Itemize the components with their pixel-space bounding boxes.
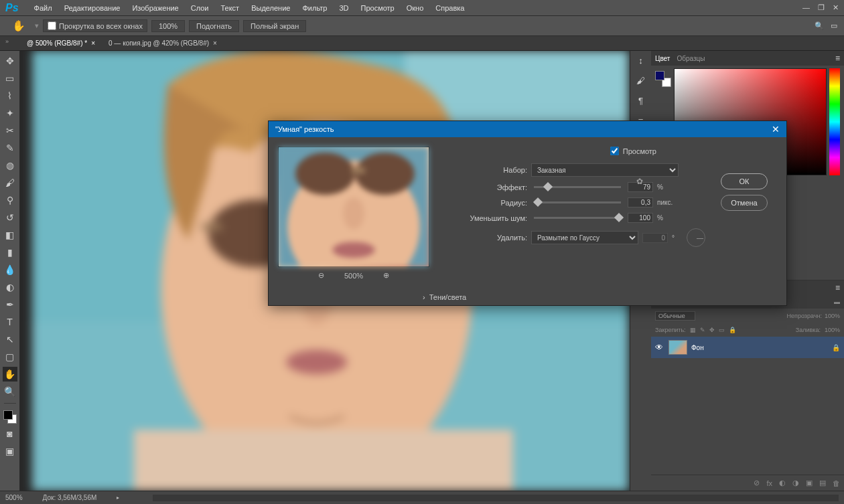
history-icon[interactable]: ↕ <box>634 54 648 67</box>
eyedropper-tool-icon[interactable]: ✎ <box>3 141 17 155</box>
lock-position-icon[interactable]: ✥ <box>709 327 715 333</box>
noise-slider[interactable] <box>534 217 621 219</box>
fit-button[interactable]: Подогнать <box>189 20 239 32</box>
menu-text[interactable]: Текст <box>214 4 245 12</box>
scroll-all-checkbox[interactable]: Прокрутка во всех окнах <box>43 19 147 32</box>
magic-wand-tool-icon[interactable]: ✦ <box>3 106 17 120</box>
preview-checkbox[interactable] <box>610 147 619 155</box>
close-icon[interactable]: × <box>213 39 217 47</box>
menu-file[interactable]: Файл <box>28 4 58 12</box>
menu-select[interactable]: Выделение <box>245 4 296 12</box>
radius-slider[interactable] <box>534 201 621 203</box>
svg-point-10 <box>286 350 347 374</box>
tab-color[interactable]: Цвет <box>655 55 670 62</box>
lock-all-icon[interactable]: 🔒 <box>729 327 736 333</box>
angle-dial[interactable] <box>687 228 705 247</box>
remove-select[interactable]: Размытие по Гауссу <box>531 231 638 244</box>
layer-mask-icon[interactable]: ◐ <box>779 479 786 487</box>
search-icon[interactable]: 🔍 <box>815 21 824 30</box>
pen-tool-icon[interactable]: ✒ <box>3 297 17 312</box>
doc-tab-2[interactable]: 0 — копия.jpg @ 420% (RGB/8#)× <box>102 37 224 49</box>
close-icon[interactable]: × <box>91 39 95 47</box>
paragraph-icon[interactable]: ¶ <box>634 94 648 107</box>
screen-mode-icon[interactable]: ▣ <box>3 444 17 458</box>
lock-pixels-icon[interactable]: ▦ <box>690 327 696 333</box>
hand-tool-icon[interactable]: ✋ <box>7 19 31 32</box>
shape-tool-icon[interactable]: ▢ <box>3 349 17 364</box>
lock-brush-icon[interactable]: ✎ <box>700 327 705 333</box>
brushes-icon[interactable]: 🖌 <box>634 74 648 87</box>
path-tool-icon[interactable]: ↖ <box>3 332 17 347</box>
history-brush-tool-icon[interactable]: ↺ <box>3 210 17 225</box>
ok-button[interactable]: ОК <box>721 173 768 189</box>
quick-mask-icon[interactable]: ◙ <box>3 426 17 441</box>
menu-help[interactable]: Справка <box>429 4 470 12</box>
new-layer-icon[interactable]: ▤ <box>819 479 826 487</box>
dialog-titlebar[interactable]: "Умная" резкость ✕ <box>269 121 786 137</box>
status-doc-size[interactable]: Док: 3,56M/3,56M <box>43 494 97 501</box>
stamp-tool-icon[interactable]: ⚲ <box>3 193 17 207</box>
type-tool-icon[interactable]: T <box>3 315 17 329</box>
hand-tool-icon[interactable]: ✋ <box>3 367 17 382</box>
gradient-tool-icon[interactable]: ▮ <box>3 245 17 260</box>
eraser-tool-icon[interactable]: ◧ <box>3 228 17 242</box>
menu-view[interactable]: Просмотр <box>354 4 400 12</box>
menu-3d[interactable]: 3D <box>333 4 354 12</box>
menu-window[interactable]: Окно <box>401 4 430 12</box>
layer-background[interactable]: 👁 Фон 🔒 <box>651 337 844 358</box>
zoom-tool-icon[interactable]: 🔍 <box>3 384 17 399</box>
status-zoom[interactable]: 500% <box>5 494 23 501</box>
panel-menu-icon[interactable]: ≡ <box>835 283 840 292</box>
layer-thumbnail[interactable] <box>669 340 687 355</box>
cancel-button[interactable]: Отмена <box>721 195 768 211</box>
menu-layers[interactable]: Слои <box>185 4 215 12</box>
fg-bg-swatch[interactable] <box>3 410 17 424</box>
noise-input[interactable] <box>628 213 653 223</box>
tab-expand-icon[interactable]: » <box>5 38 9 45</box>
dialog-preview[interactable] <box>278 147 429 267</box>
amount-slider[interactable] <box>534 186 621 188</box>
lock-artboard-icon[interactable]: ▭ <box>719 327 725 333</box>
tab-swatches[interactable]: Образцы <box>677 55 705 62</box>
marquee-tool-icon[interactable]: ▭ <box>3 71 17 86</box>
color-fg-bg-swatch[interactable] <box>655 71 669 84</box>
fill-value[interactable]: 100% <box>825 327 840 333</box>
panel-menu-icon[interactable]: ≡ <box>835 54 840 63</box>
new-group-icon[interactable]: ▣ <box>806 479 813 487</box>
dialog-close-icon[interactable]: ✕ <box>772 124 780 135</box>
healing-tool-icon[interactable]: ◍ <box>3 158 17 173</box>
fullscreen-button[interactable]: Полный экран <box>243 20 306 32</box>
menu-filter[interactable]: Фильтр <box>296 4 333 12</box>
crop-tool-icon[interactable]: ✂ <box>3 123 17 138</box>
filter-toggle[interactable]: ▬ <box>834 299 840 305</box>
maximize-icon[interactable]: ❐ <box>818 3 825 12</box>
zoom-out-icon[interactable]: ⊖ <box>318 271 324 280</box>
workspace-icon[interactable]: ▭ <box>831 21 837 30</box>
move-tool-icon[interactable]: ✥ <box>3 54 17 68</box>
layer-fx-icon[interactable]: fx <box>766 479 772 487</box>
blend-mode-select[interactable]: Обычные <box>655 311 695 321</box>
dodge-tool-icon[interactable]: ◐ <box>3 280 17 295</box>
menu-edit[interactable]: Редактирование <box>58 4 127 12</box>
close-window-icon[interactable]: ✕ <box>833 3 839 12</box>
minimize-icon[interactable]: — <box>802 3 810 12</box>
horizontal-scrollbar[interactable] <box>153 495 839 501</box>
opacity-value[interactable]: 100% <box>825 313 840 319</box>
menu-image[interactable]: Изображение <box>126 4 184 12</box>
delete-layer-icon[interactable]: 🗑 <box>833 479 840 487</box>
gear-icon[interactable]: ✿ <box>636 177 643 186</box>
lasso-tool-icon[interactable]: ⌇ <box>3 88 17 103</box>
link-layers-icon[interactable]: ⊘ <box>754 479 760 487</box>
preset-select[interactable]: Заказная <box>531 163 679 177</box>
hue-slider[interactable] <box>829 68 840 175</box>
adjustment-layer-icon[interactable]: ◑ <box>792 479 799 487</box>
brush-tool-icon[interactable]: 🖌 <box>3 175 17 190</box>
doc-tab-1[interactable]: @ 500% (RGB/8#) *× <box>20 37 102 49</box>
shadows-highlights-toggle[interactable]: › Тени/света <box>269 289 786 305</box>
radius-input[interactable] <box>628 197 653 207</box>
zoom-in-icon[interactable]: ⊕ <box>383 271 389 280</box>
zoom-value-field[interactable]: 100% <box>151 20 185 32</box>
blur-tool-icon[interactable]: 💧 <box>3 262 17 277</box>
visibility-icon[interactable]: 👁 <box>655 343 664 352</box>
amount-unit: % <box>657 183 681 191</box>
